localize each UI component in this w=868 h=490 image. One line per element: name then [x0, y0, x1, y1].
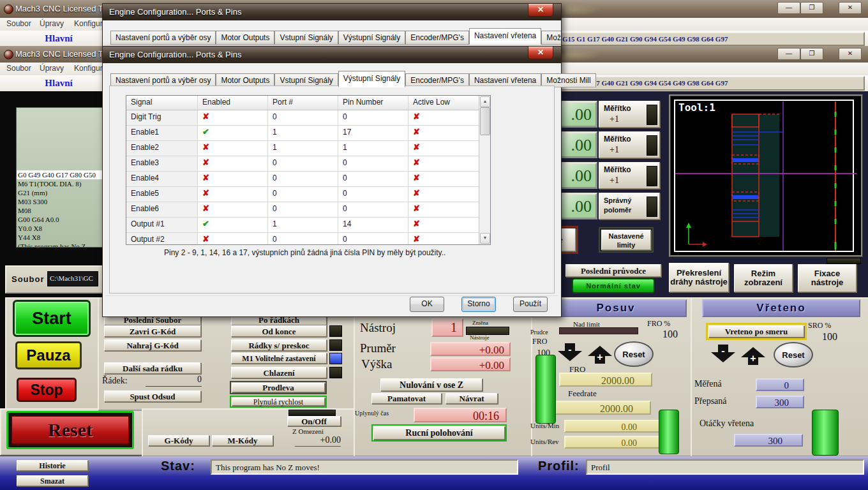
- enabled-cell[interactable]: ✔: [198, 126, 268, 140]
- enabled-cell[interactable]: ✘: [198, 141, 268, 156]
- close-icon[interactable]: ✕: [528, 47, 553, 59]
- feed-reset-button[interactable]: Reset: [614, 341, 654, 367]
- spindle-minus-arrow[interactable]: -: [711, 345, 735, 365]
- override-dro[interactable]: 300: [756, 396, 804, 408]
- enabled-cell[interactable]: ✘: [198, 202, 268, 217]
- toolpath-display[interactable]: Tool:1: [669, 94, 863, 257]
- spindle-slider[interactable]: [812, 410, 839, 456]
- regen-toolpath-button[interactable]: Překreslení dráhy nástroje: [669, 263, 729, 292]
- enabled-cell[interactable]: ✔: [198, 218, 268, 232]
- z-limit-field[interactable]: +0.00: [295, 435, 341, 447]
- tab-spindle-setup[interactable]: Nastavení vřetena: [469, 28, 541, 45]
- from-end-button[interactable]: Od konce: [231, 325, 327, 337]
- gcode-listing[interactable]: G0 G49 G40 G17 G80 G50 M6 T1(TOOL DIA. 8…: [16, 107, 103, 248]
- skip-lines-button[interactable]: Rádky s/ preskoc: [231, 339, 327, 351]
- port-cell[interactable]: 0: [268, 110, 338, 125]
- feedrate-dro[interactable]: 2000.00: [555, 401, 651, 415]
- pin-cell[interactable]: 17: [338, 126, 408, 140]
- pin-cell[interactable]: 0: [338, 187, 408, 202]
- active-low-cell[interactable]: ✘: [408, 172, 479, 186]
- tab-input-signals[interactable]: Vstupní Signály: [274, 31, 338, 45]
- spindle-plus-arrow[interactable]: +: [741, 345, 765, 365]
- soft-limits-button[interactable]: Nastavené limity: [601, 230, 651, 250]
- feed-override-slider[interactable]: [535, 355, 556, 424]
- port-cell[interactable]: 0: [268, 233, 338, 245]
- tab-port-setup[interactable]: Nastavení portů a výběr osy: [110, 31, 216, 45]
- active-low-cell[interactable]: ✘: [408, 187, 479, 202]
- col-signal[interactable]: Signal: [126, 96, 198, 110]
- gcodes-button[interactable]: G-Kódy: [148, 435, 209, 446]
- start-button[interactable]: Start: [13, 300, 91, 337]
- enabled-cell[interactable]: ✘: [198, 156, 268, 171]
- table-scrollbar[interactable]: ▲ ▼: [479, 96, 490, 244]
- spindle-cw-button[interactable]: Vreteno po smeru: [708, 325, 804, 338]
- col-pin[interactable]: Pin Number: [338, 96, 408, 110]
- stop-button[interactable]: Stop: [17, 378, 77, 402]
- history-button[interactable]: Historie: [17, 460, 88, 471]
- port-cell[interactable]: 0: [268, 156, 338, 171]
- normal-state-button[interactable]: Normální stav: [572, 278, 655, 293]
- close-icon[interactable]: ✕: [528, 4, 553, 17]
- reset-button[interactable]: Reset: [6, 411, 134, 449]
- ok-button[interactable]: OK: [410, 297, 444, 312]
- menu-soubor[interactable]: Soubor: [6, 64, 31, 73]
- pin-cell[interactable]: 14: [338, 218, 408, 232]
- clear-button[interactable]: Smazat: [17, 475, 88, 486]
- active-low-cell[interactable]: ✘: [408, 156, 479, 171]
- cancel-button[interactable]: Storno: [461, 297, 496, 312]
- port-cell[interactable]: 0: [268, 202, 338, 217]
- mcodes-button[interactable]: M-Kódy: [212, 435, 273, 446]
- fro-dro[interactable]: 2000.00: [559, 373, 652, 387]
- menu-konfigurace[interactable]: Konfigur: [74, 64, 103, 73]
- scale-z-button[interactable]: Měřítko +1: [599, 162, 660, 189]
- pin-cell[interactable]: 0: [338, 172, 408, 186]
- scroll-thumb[interactable]: [480, 107, 490, 135]
- tab-hlavni[interactable]: Hlavní: [32, 33, 86, 44]
- restore-button[interactable]: ❐: [800, 48, 823, 60]
- pin-cell[interactable]: 0: [338, 233, 408, 245]
- tool-number-dro[interactable]: 1: [431, 318, 463, 337]
- col-port[interactable]: Port #: [268, 96, 338, 110]
- active-low-cell[interactable]: ✘: [408, 110, 479, 125]
- enabled-cell[interactable]: ✘: [198, 172, 268, 186]
- enabled-cell[interactable]: ✘: [198, 233, 268, 245]
- port-cell[interactable]: 1: [268, 218, 338, 232]
- pin-cell[interactable]: 1: [338, 141, 408, 156]
- tab-encoder[interactable]: Encoder/MPG's: [405, 31, 469, 45]
- minimize-button[interactable]: —: [777, 2, 800, 14]
- menu-soubor[interactable]: Soubor: [6, 19, 31, 28]
- return-button[interactable]: Návrat: [445, 393, 498, 404]
- next-block-button[interactable]: Další sada rádku: [104, 362, 201, 374]
- units-min-dro[interactable]: 0.00: [564, 420, 664, 433]
- col-active-low[interactable]: Active Low: [408, 96, 479, 110]
- diameter-dro[interactable]: +0.00: [430, 342, 511, 356]
- tab-mill-options[interactable]: Možnosti Mill: [541, 31, 562, 45]
- menu-upravy[interactable]: Úpravy: [40, 64, 64, 73]
- dwell-button[interactable]: Prodleva: [232, 383, 325, 392]
- run-from-here-button[interactable]: Spust Odsud: [104, 390, 201, 402]
- port-cell[interactable]: 0: [268, 172, 338, 186]
- enabled-cell[interactable]: ✘: [198, 187, 268, 202]
- active-low-cell[interactable]: ✘: [408, 141, 479, 156]
- feed-minus-arrow[interactable]: -: [558, 343, 582, 364]
- file-path-field[interactable]: C:\Mach31\GC: [47, 271, 98, 286]
- tab-hlavni[interactable]: Hlavní: [32, 78, 86, 89]
- optional-stop-button[interactable]: M1 Volitelné zastavení: [231, 353, 327, 364]
- measured-dro[interactable]: 0: [756, 378, 804, 391]
- jog-button[interactable]: Rucní polohování: [373, 426, 505, 440]
- coolant-button[interactable]: Chlazení: [231, 367, 327, 378]
- units-rev-dro[interactable]: 0.00: [564, 436, 664, 449]
- load-gcode-button[interactable]: Nahraj G-Kód: [104, 339, 201, 351]
- constant-velocity-button[interactable]: Plynulá rychlost: [232, 397, 325, 406]
- active-low-cell[interactable]: ✘: [408, 202, 479, 217]
- port-cell[interactable]: 1: [268, 141, 338, 156]
- port-cell[interactable]: 0: [268, 187, 338, 202]
- scale-y-button[interactable]: Měřítko +1: [599, 131, 660, 158]
- port-cell[interactable]: 1: [268, 126, 338, 140]
- spindle-reset-button[interactable]: Reset: [774, 342, 813, 368]
- active-low-cell[interactable]: ✘: [408, 126, 479, 140]
- tab-output-signals[interactable]: Výstupní Signály: [338, 71, 405, 87]
- feed-plus-arrow[interactable]: +: [588, 343, 612, 364]
- radius-correct-button[interactable]: Správný poloměr: [599, 193, 660, 219]
- tab-motor-outputs[interactable]: Motor Outputs: [216, 31, 274, 45]
